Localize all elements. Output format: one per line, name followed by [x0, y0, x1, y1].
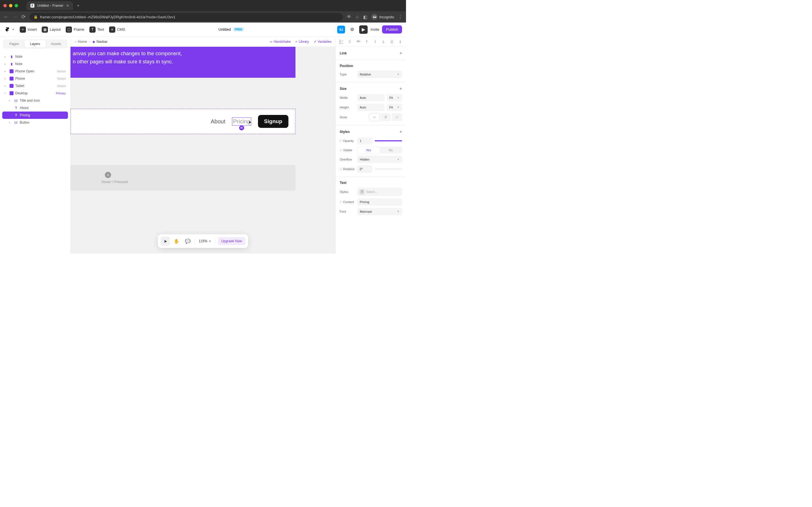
separator [195, 238, 195, 244]
text-icon: T [89, 26, 96, 33]
hover-pressed-placeholder[interactable]: + Hover / Pressed [70, 165, 296, 190]
note-frame[interactable]: anvas you can make changes to the compon… [70, 47, 296, 78]
tab-assets[interactable]: Assets [46, 40, 66, 48]
browser-tab[interactable]: F Untitled – Framer ✕ [27, 1, 73, 10]
tab-pages[interactable]: Pages [4, 40, 24, 48]
align-top-icon[interactable]: ⫯ [364, 40, 369, 44]
breadcrumb-navbar[interactable]: ◆ Navbar [93, 40, 107, 44]
close-window-button[interactable] [3, 4, 7, 7]
new-tab-button[interactable]: + [77, 3, 80, 8]
grow-both-button[interactable]: ⤢ [392, 113, 402, 121]
add-state-button[interactable]: + [105, 172, 111, 178]
grow-horizontal-button[interactable]: ↔ [369, 113, 379, 121]
visible-no-option[interactable]: No [380, 147, 402, 154]
nav-link-pricing[interactable]: Pricing ⫿⫿ ➤ [232, 117, 251, 126]
layer-item-tablet[interactable]: ▸Tablet Variant [2, 82, 68, 90]
incognito-badge[interactable]: 🕶 Incognito [371, 14, 394, 20]
content-input[interactable]: Pricing [357, 198, 402, 206]
canvas-body[interactable]: anvas you can make changes to the compon… [70, 47, 336, 253]
diamond-icon[interactable] [339, 200, 342, 203]
navbar-frame-desktop[interactable]: About Pricing ⫿⫿ ➤ Signup [70, 109, 296, 134]
overflow-select[interactable]: Hidden ▼ [357, 156, 402, 163]
select-tool[interactable]: ➤ [161, 237, 170, 245]
font-select[interactable]: Manrope ▼ [357, 208, 402, 215]
text-button[interactable]: T Text [89, 26, 104, 33]
incognito-icon: 🕶 [371, 14, 377, 20]
close-tab-icon[interactable]: ✕ [66, 4, 69, 8]
layer-item-phone[interactable]: ▸Phone Variant [2, 75, 68, 82]
align-bottom-icon[interactable]: ⫰ [381, 40, 386, 44]
variables-button[interactable]: ↗ Variables [313, 40, 332, 44]
align-left-icon[interactable]: ⬱ [339, 40, 344, 44]
eye-icon[interactable]: 👁 [347, 14, 351, 19]
add-size-button[interactable]: + [400, 86, 402, 91]
minimize-window-button[interactable] [9, 4, 12, 7]
layer-item-button[interactable]: ▸⫿⫿Button [2, 119, 68, 126]
settings-button[interactable]: ⚙ [348, 25, 356, 34]
cms-button[interactable]: ≡ CMS [109, 26, 125, 33]
height-mode-select[interactable]: Fit▼ [387, 104, 402, 111]
variant-icon [10, 84, 13, 88]
hand-tool[interactable]: ✋ [172, 237, 181, 245]
rotation-input[interactable]: 0° [357, 165, 372, 173]
add-link-button[interactable]: + [400, 51, 402, 56]
nav-signup-button[interactable]: Signup [258, 115, 289, 128]
opacity-slider[interactable] [375, 140, 402, 142]
width-input[interactable]: Auto [357, 94, 385, 101]
maximize-window-button[interactable] [15, 4, 18, 7]
layout-button[interactable]: ▦ Layout [42, 26, 61, 33]
layer-item-desktop[interactable]: ▾Desktop Primary [2, 90, 68, 97]
opacity-input[interactable]: 1 [357, 137, 372, 145]
selection-handle-icon[interactable]: ⫿⫿ [239, 125, 244, 130]
distribute-v-icon[interactable]: ⫾ [398, 40, 403, 44]
upgrade-button[interactable]: Upgrade Now [218, 237, 245, 245]
play-button[interactable]: ▶ [359, 25, 368, 34]
layer-item-title-and-icon[interactable]: ▸⫿⫿Title and Icon [2, 97, 68, 104]
forward-button[interactable]: → [12, 14, 17, 20]
opacity-label: Opacity [340, 139, 355, 143]
layer-item-phone-open[interactable]: ▸Phone Open Variant [2, 68, 68, 75]
reload-button[interactable]: ⟳ [21, 14, 26, 20]
bookmark-icon[interactable]: ☆ [355, 14, 359, 20]
frame-button[interactable]: ▢ Frame [66, 26, 84, 33]
invite-button[interactable]: Invite [370, 27, 379, 32]
layer-item-note[interactable]: ▸▮Note [2, 53, 68, 60]
zoom-control[interactable]: 115% ▼ [197, 239, 213, 243]
publish-button[interactable]: Publish [382, 25, 402, 34]
document-title: Untitled [218, 27, 231, 32]
text-styles-select[interactable]: T Select... [357, 187, 402, 196]
canvas-area[interactable]: ⌂ Home › ◆ Navbar ‹› Handshake + Library [70, 37, 336, 253]
nav-link-about[interactable]: About [211, 118, 225, 125]
diamond-icon[interactable] [339, 167, 342, 170]
framer-menu[interactable]: ▼ [4, 26, 15, 33]
note-icon: ▮ [10, 55, 13, 59]
tab-layers[interactable]: Layers [24, 40, 45, 48]
position-type-select[interactable]: Relative ▼ [357, 71, 402, 78]
diamond-icon[interactable] [339, 139, 342, 142]
width-mode-select[interactable]: Fit▼ [387, 94, 402, 101]
align-center-h-icon[interactable]: ⫴ [348, 40, 352, 44]
layer-item-note[interactable]: ▸▮Note [2, 60, 68, 68]
visible-yes-option[interactable]: Yes [357, 147, 380, 154]
extensions-icon[interactable]: ◧ [363, 14, 367, 20]
library-button[interactable]: + Library [295, 40, 309, 44]
insert-button[interactable]: + Insert [20, 26, 37, 33]
diamond-icon[interactable] [339, 149, 342, 152]
rotation-slider[interactable] [375, 168, 402, 170]
url-input[interactable]: 🔒 framer.com/projects/Untitled--mZ98oDWa… [30, 13, 343, 21]
grow-vertical-button[interactable]: ⇵ [380, 113, 391, 121]
layer-item-about[interactable]: TAbout [2, 104, 68, 112]
handshake-button[interactable]: ‹› Handshake [270, 40, 291, 44]
add-style-button[interactable]: + [400, 129, 402, 134]
layer-item-pricing[interactable]: TPricing [2, 112, 68, 119]
distribute-h-icon[interactable]: ⫼ [390, 40, 394, 44]
user-avatar[interactable]: SJ [337, 25, 345, 34]
align-center-v-icon[interactable]: ⫲ [373, 40, 377, 44]
height-input[interactable]: Auto [357, 104, 385, 111]
comment-tool[interactable]: 💬 [183, 237, 192, 245]
back-button[interactable]: ← [3, 14, 8, 20]
document-title-area[interactable]: Untitled FREE [218, 27, 244, 32]
breadcrumb-home[interactable]: ⌂ Home [74, 40, 87, 44]
align-right-icon[interactable]: ⬲ [356, 40, 361, 44]
menu-icon[interactable]: ⋮ [398, 14, 403, 20]
